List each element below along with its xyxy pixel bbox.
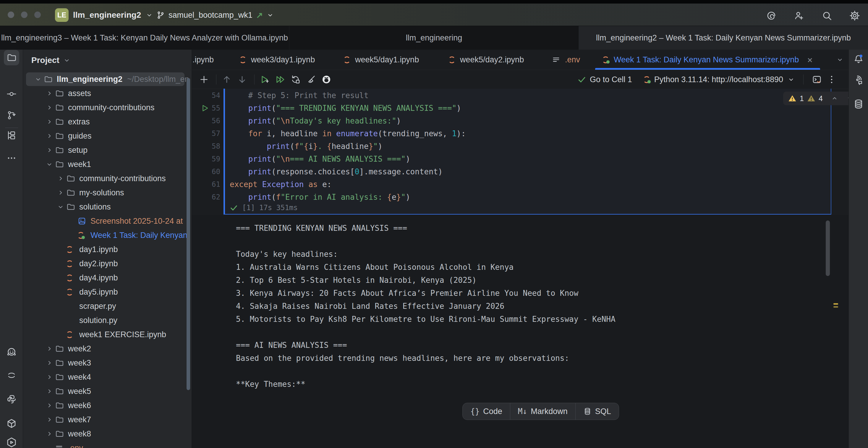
ai-assistant-icon[interactable] bbox=[765, 9, 778, 23]
warning-stripe-mark[interactable] bbox=[833, 306, 838, 308]
search-icon[interactable] bbox=[820, 9, 834, 23]
minimize-window-button[interactable] bbox=[21, 11, 28, 18]
jupyter-console-icon[interactable] bbox=[812, 74, 822, 85]
close-window-button[interactable] bbox=[8, 11, 14, 18]
editor-tab--env[interactable]: .env bbox=[544, 50, 589, 70]
window-tab-1[interactable]: llm_engineering bbox=[289, 26, 579, 50]
project-scrollbar[interactable] bbox=[187, 78, 190, 390]
tree-item-week-1-task-daily-kenyan[interactable]: Week 1 Task: Daily Kenyan bbox=[23, 228, 192, 242]
tree-item-day5-ipynb[interactable]: day5.ipynb bbox=[23, 285, 192, 299]
tree-item-setup[interactable]: setup bbox=[23, 143, 192, 157]
tree-item-my-solutions[interactable]: my-solutions bbox=[23, 186, 192, 200]
chevron-down-icon[interactable] bbox=[44, 160, 55, 168]
chevron-right-icon[interactable] bbox=[44, 118, 55, 126]
code-cell-button[interactable]: {} Code bbox=[463, 403, 510, 420]
tree-item-community-contributions[interactable]: community-contributions bbox=[23, 171, 192, 186]
code-with-me-icon[interactable] bbox=[792, 9, 806, 23]
editor-tab--ipynb[interactable]: .ipynb bbox=[192, 50, 232, 70]
window-tab-0[interactable]: llm_engineering3 – Week 1 Task: Kenyan D… bbox=[0, 26, 289, 50]
chevron-right-icon[interactable] bbox=[55, 189, 66, 196]
chevron-right-icon[interactable] bbox=[55, 174, 66, 182]
cell-code[interactable]: # Step 5: Print the result print("=== TR… bbox=[230, 89, 466, 203]
tree-item-week5[interactable]: week5 bbox=[23, 384, 192, 398]
python-tool-icon[interactable] bbox=[4, 391, 19, 407]
tree-item--env[interactable]: .env bbox=[23, 441, 192, 448]
chevron-right-icon[interactable] bbox=[44, 430, 55, 438]
tree-item-week1[interactable]: week1 bbox=[23, 157, 192, 171]
python-packages-icon[interactable] bbox=[4, 416, 19, 431]
restart-kernel-icon[interactable] bbox=[289, 73, 303, 86]
tree-item-week6[interactable]: week6 bbox=[23, 398, 192, 413]
commit-icon[interactable] bbox=[4, 86, 19, 102]
tree-item-solution-py[interactable]: solution.py bbox=[23, 313, 192, 327]
chevron-right-icon[interactable] bbox=[44, 104, 55, 111]
tree-item-week7[interactable]: week7 bbox=[23, 413, 192, 427]
project-widget[interactable]: LE llm_engineering2 bbox=[55, 8, 153, 22]
chevron-right-icon[interactable] bbox=[44, 373, 55, 381]
run-all-icon[interactable] bbox=[274, 73, 287, 86]
chevron-right-icon[interactable] bbox=[44, 387, 55, 395]
tree-item-week1-exercise-ipynb[interactable]: week1 EXERCISE.ipynb bbox=[23, 327, 192, 342]
tree-item-week3[interactable]: week3 bbox=[23, 356, 192, 370]
tree-item-day1-ipynb[interactable]: day1.ipynb bbox=[23, 242, 192, 257]
settings-icon[interactable] bbox=[848, 9, 862, 23]
ai-chat-icon[interactable] bbox=[851, 73, 866, 88]
close-tab-icon[interactable]: × bbox=[807, 54, 813, 65]
chevron-right-icon[interactable] bbox=[44, 90, 55, 97]
chevron-down-icon[interactable] bbox=[846, 95, 848, 102]
jupyter-tool-icon[interactable] bbox=[4, 367, 19, 383]
run-cell-icon[interactable] bbox=[258, 73, 272, 86]
tree-item-day2-ipynb[interactable]: day2.ipynb bbox=[23, 257, 192, 271]
tree-item-solutions[interactable]: solutions bbox=[23, 200, 192, 214]
inspections-widget[interactable]: 1 4 bbox=[783, 92, 848, 105]
editor-tab-week3-day1-ipynb[interactable]: week3/day1.ipynb bbox=[232, 50, 336, 70]
warning-stripe-mark[interactable] bbox=[833, 303, 838, 305]
chevron-right-icon[interactable] bbox=[44, 402, 55, 409]
editor-tab-week-1-task-daily-kenyan-news-summarizer-ipynb[interactable]: Week 1 Task: Daily Kenyan News Summarize… bbox=[594, 50, 821, 70]
markdown-cell-button[interactable]: M↓ Markdown bbox=[510, 403, 575, 420]
more-icon[interactable] bbox=[4, 151, 19, 166]
structure-icon[interactable] bbox=[4, 128, 19, 143]
editor-tab-week5-day2-ipynb[interactable]: week5/day2.ipynb bbox=[441, 50, 544, 70]
move-down-icon[interactable] bbox=[235, 73, 249, 86]
tree-item-scraper-py[interactable]: scraper.py bbox=[23, 299, 192, 313]
kernel-selector[interactable]: Python 3.11.14: http://localhost:8890 bbox=[643, 75, 795, 84]
clear-outputs-icon[interactable] bbox=[304, 73, 318, 86]
tree-item-extras[interactable]: extras bbox=[23, 115, 192, 129]
tree-item-community-contributions[interactable]: community-contributions bbox=[23, 100, 192, 115]
notifications-icon[interactable] bbox=[851, 52, 866, 67]
tree-item-day4-ipynb[interactable]: day4.ipynb bbox=[23, 271, 192, 285]
hexagon-play-icon[interactable] bbox=[4, 435, 19, 448]
database-icon[interactable] bbox=[851, 96, 866, 112]
move-up-icon[interactable] bbox=[220, 73, 234, 86]
branch-widget[interactable]: samuel_bootcamp_wk1 ↗ bbox=[156, 8, 274, 22]
tree-item-week2[interactable]: week2 bbox=[23, 342, 192, 356]
run-line-icon[interactable] bbox=[201, 104, 210, 113]
tree-item-week4[interactable]: week4 bbox=[23, 370, 192, 384]
chevron-up-icon[interactable] bbox=[831, 95, 838, 102]
more-vertical-icon[interactable] bbox=[827, 74, 837, 85]
tree-item-assets[interactable]: assets bbox=[23, 86, 192, 100]
project-panel-header[interactable]: Project bbox=[31, 56, 71, 65]
hugging-face-icon[interactable] bbox=[4, 345, 19, 360]
chevron-right-icon[interactable] bbox=[44, 146, 55, 154]
chevron-down-icon[interactable] bbox=[33, 75, 44, 83]
chevron-right-icon[interactable] bbox=[44, 416, 55, 423]
tree-item-llm-engineering2[interactable]: llm_engineering2~/Desktop/llm_en bbox=[23, 72, 192, 86]
tree-item-screenshot-2025-10-24-at[interactable]: Screenshot 2025-10-24 at bbox=[23, 214, 192, 228]
notebook-cell[interactable]: # Step 5: Print the result print("=== TR… bbox=[223, 89, 831, 215]
sql-cell-button[interactable]: SQL bbox=[575, 403, 619, 420]
tree-item-guides[interactable]: guides bbox=[23, 129, 192, 143]
tab-list-chevron-icon[interactable] bbox=[836, 56, 844, 64]
chevron-right-icon[interactable] bbox=[44, 359, 55, 367]
chevron-right-icon[interactable] bbox=[44, 132, 55, 140]
tree-item-week8[interactable]: week8 bbox=[23, 427, 192, 441]
chevron-down-icon[interactable] bbox=[55, 203, 66, 211]
chevron-right-icon[interactable] bbox=[44, 345, 55, 353]
maximize-window-button[interactable] bbox=[34, 11, 41, 18]
incoming-icon[interactable] bbox=[4, 107, 19, 123]
project-folder-icon[interactable] bbox=[4, 50, 19, 65]
window-tab-2[interactable]: llm_engineering2 – Week 1 Task: Daily Ke… bbox=[579, 26, 868, 50]
editor-tab-week5-day1-ipynb[interactable]: week5/day1.ipynb bbox=[336, 50, 441, 70]
editor-scrollbar[interactable] bbox=[826, 220, 830, 276]
